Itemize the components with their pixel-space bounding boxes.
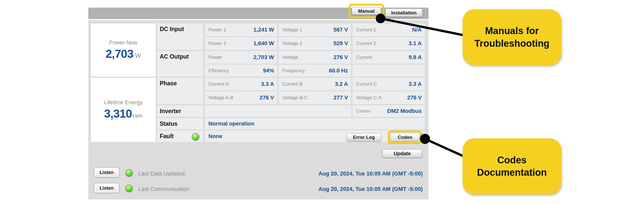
manuals-callout-line2: Troubleshooting — [474, 37, 550, 50]
dc-current1-value: N/A — [412, 27, 422, 33]
last-data-updated-timestamp: Aug 20, 2024, Tue 10:05 AM (GMT -5:00) — [227, 170, 423, 177]
phase-current-a-cell: Current A 3.3 A — [205, 78, 277, 90]
ac-frequency-cell: Frequency 60.0 Hz — [279, 65, 351, 76]
installation-button[interactable]: Installation — [385, 9, 422, 17]
dc-input-row-label: DC Input — [157, 23, 203, 50]
dc-power2-label: Power 2 — [208, 41, 226, 46]
ac-frequency-value: 60.0 Hz — [329, 67, 348, 74]
phase-voltage-ca-label: Voltage C-A — [356, 95, 382, 100]
phase-voltage-bc-cell: Voltage B-C 277 V — [279, 91, 351, 104]
manual-button[interactable]: Manual — [352, 7, 381, 15]
manuals-callout-line1: Manuals for — [485, 25, 539, 37]
ac-current-label: Current — [356, 55, 372, 60]
lifetime-energy-value: 3,310 — [104, 107, 132, 120]
inverter-comm-label: Comm — [356, 108, 370, 114]
dc-power1-value: 1,241 W — [253, 27, 274, 33]
phase-voltage-ab-label: Voltage A-B — [208, 95, 233, 100]
last-communication-label: Last Communication: — [138, 186, 191, 192]
power-now-label: Power Now — [109, 39, 137, 46]
ac-empty-cell — [353, 65, 425, 76]
last-data-updated-label: Last Data Updated: — [138, 170, 186, 177]
status-row-label: Status — [157, 118, 203, 129]
dc-power2-cell: Power 2 1,640 W — [205, 37, 277, 50]
inverter-comm-value: DM2 Modbus — [387, 108, 422, 114]
phase-current-b-label: Current B — [282, 81, 303, 87]
dc-voltage1-cell: Voltage 1 567 V — [279, 23, 351, 36]
listen-button-data-updated[interactable]: Listen — [94, 167, 119, 177]
ac-output-row-label: AC Output — [157, 51, 203, 76]
phase-voltage-bc-value: 277 V — [334, 94, 348, 101]
phase-voltage-ca-cell: Voltage C-A 276 V — [353, 91, 425, 104]
phase-current-b-cell: Current B 3.2 A — [279, 78, 351, 90]
phase-current-c-cell: Current C 3.3 A — [353, 78, 425, 90]
dc-voltage1-label: Voltage 1 — [282, 27, 302, 33]
ac-frequency-label: Frequency — [282, 68, 305, 73]
ac-power-value: 2,703 W — [253, 54, 274, 61]
ac-efficiency-label: Efficiency — [208, 68, 229, 73]
phase-row-label: Phase — [157, 78, 203, 104]
error-log-button[interactable]: Error Log — [346, 133, 381, 141]
dc-voltage1-value: 567 V — [334, 27, 348, 33]
ac-efficiency-value: 94% — [263, 67, 274, 74]
power-now-unit: W — [135, 52, 141, 59]
dc-current2-label: Current 2 — [356, 41, 376, 46]
update-button[interactable]: Update — [382, 149, 422, 158]
dc-current2-cell: Current 2 3.1 A — [353, 37, 425, 50]
power-now-panel: Power Now 2,703 W — [91, 23, 156, 76]
ac-current-value: 9.8 A — [409, 54, 422, 61]
dc-power1-cell: Power 1 1,241 W — [205, 23, 277, 36]
ac-current-cell: Current 9.8 A — [353, 51, 425, 64]
status-cell: Normal operation — [205, 118, 425, 129]
manuals-troubleshooting-callout: Manuals for Troubleshooting — [463, 9, 561, 65]
dc-current1-cell: Current 1 N/A — [353, 23, 425, 36]
lifetime-energy-panel: Lifetime Energy 3,310 kWh — [91, 78, 156, 142]
ac-efficiency-cell: Efficiency 94% — [205, 65, 277, 76]
dc-power2-value: 1,640 W — [253, 40, 274, 47]
lifetime-energy-label: Lifetime Energy — [104, 99, 143, 106]
phase-current-c-value: 3.3 A — [409, 81, 422, 87]
data-updated-led — [125, 169, 133, 177]
phase-voltage-ab-cell: Voltage A-B 276 V — [205, 91, 277, 104]
inverter-row-label: Inverter — [157, 105, 203, 117]
phase-current-c-label: Current C — [356, 81, 377, 87]
phase-current-a-label: Current A — [208, 81, 229, 87]
fault-value: None — [208, 133, 222, 140]
fault-status-led — [192, 133, 199, 141]
status-value: Normal operation — [208, 120, 254, 127]
power-now-value: 2,703 — [105, 47, 133, 61]
codes-documentation-callout: Codes Documentation — [463, 138, 561, 194]
dc-current2-value: 3.1 A — [409, 40, 422, 47]
communication-led — [125, 185, 133, 192]
ac-power-cell: Power 2,703 W — [205, 51, 277, 64]
phase-voltage-ab-value: 276 V — [260, 94, 274, 101]
dc-current1-label: Current 1 — [356, 27, 376, 33]
ac-power-label: Power — [208, 55, 222, 60]
dc-voltage2-label: Voltage 2 — [282, 41, 302, 46]
inverter-empty-cell — [205, 105, 351, 117]
ac-voltage-label: Voltage — [282, 55, 298, 60]
dc-power1-label: Power 1 — [208, 27, 226, 33]
dc-voltage2-value: 529 V — [334, 40, 348, 47]
codes-button[interactable]: Codes — [390, 133, 420, 141]
last-communication-timestamp: Aug 20, 2024, Tue 10:05 AM (GMT -5:00) — [227, 186, 423, 192]
dc-voltage2-cell: Voltage 2 529 V — [279, 37, 351, 50]
phase-current-b-value: 3.2 A — [335, 81, 348, 87]
codes-callout-line2: Documentation — [477, 166, 547, 179]
ac-voltage-cell: Voltage 276 V — [279, 51, 351, 64]
codes-callout-line1: Codes — [497, 154, 526, 166]
phase-voltage-ca-value: 276 V — [407, 94, 422, 101]
ac-voltage-value: 276 V — [334, 54, 348, 61]
inverter-comm-cell: Comm DM2 Modbus — [353, 105, 425, 117]
phase-voltage-bc-label: Voltage B-C — [282, 95, 308, 100]
lifetime-energy-unit: kWh — [132, 113, 143, 119]
phase-current-a-value: 3.3 A — [261, 81, 274, 87]
listen-button-communication[interactable]: Listen — [94, 183, 119, 193]
